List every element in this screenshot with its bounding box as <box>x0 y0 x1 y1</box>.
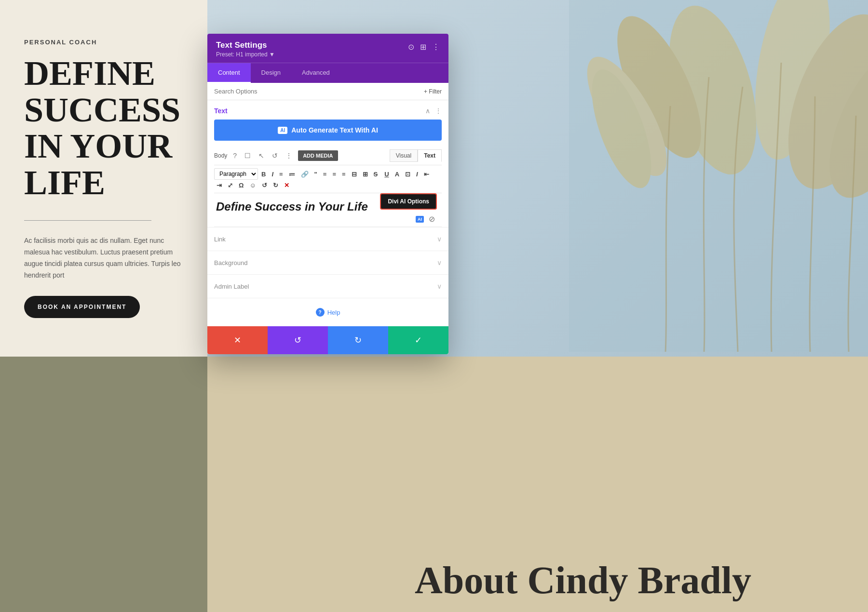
link-section-header[interactable]: Link ∨ <box>207 227 448 251</box>
align-left-button[interactable]: ≡ <box>321 170 329 179</box>
undo-editor-button[interactable]: ↺ <box>259 181 270 190</box>
modal-header-actions: ⊙ ⊞ ⋮ <box>408 42 440 52</box>
modal-tabs: Content Design Advanced <box>207 63 448 83</box>
add-media-button[interactable]: ADD MEDIA <box>298 150 338 161</box>
help-section: ? Help <box>207 298 448 326</box>
special-char-button[interactable]: Ω <box>236 181 246 190</box>
save-icon: ✓ <box>415 335 422 346</box>
modal-title-group: Text Settings Preset: H1 imported ▼ <box>216 40 275 58</box>
table-button[interactable]: ⊞ <box>360 170 370 179</box>
redo-editor-button[interactable]: ↻ <box>271 181 281 190</box>
settings-icon[interactable]: ⊙ <box>408 42 414 52</box>
redo-icon: ↻ <box>354 335 362 346</box>
align-center-button[interactable]: ≡ <box>330 170 339 179</box>
background-section-header[interactable]: Background ∨ <box>207 251 448 274</box>
underline-button[interactable]: U <box>382 170 391 179</box>
align-justify-button[interactable]: ⊟ <box>349 170 359 179</box>
tab-advanced[interactable]: Advanced <box>291 63 340 83</box>
cancel-button[interactable]: ✕ <box>207 326 268 354</box>
save-button[interactable]: ✓ <box>388 326 448 354</box>
search-bar: + Filter <box>207 83 448 100</box>
italic-alt-button[interactable]: I <box>414 170 420 179</box>
bottom-dark-strip: About Cindy Bradly <box>0 357 868 612</box>
section-options-icon[interactable]: ⋮ <box>435 107 442 115</box>
undo-button[interactable]: ↺ <box>268 326 328 354</box>
search-input[interactable] <box>214 88 396 95</box>
ai-button-label: Auto Generate Text With AI <box>291 126 378 134</box>
undo-icon: ↺ <box>294 335 301 346</box>
admin-label-section-header[interactable]: Admin Label ∨ <box>207 275 448 298</box>
modal-header: Text Settings Preset: H1 imported ▼ ⊙ ⊞ … <box>207 34 448 63</box>
bold-button[interactable]: B <box>259 170 268 179</box>
help-circle-icon: ? <box>316 308 325 317</box>
visual-tab[interactable]: Visual <box>390 149 418 162</box>
grid-icon[interactable]: ⊞ <box>420 42 426 52</box>
blockquote-button[interactable]: " <box>312 170 320 179</box>
hero-title: DEFINE SUCCESS IN YOUR LIFE <box>24 55 183 201</box>
undo-icon[interactable]: ↺ <box>270 151 280 160</box>
text-section-actions: ∧ ⋮ <box>425 107 442 115</box>
text-tab[interactable]: Text <box>418 149 442 162</box>
help-button[interactable]: ? Help <box>316 308 340 317</box>
admin-label-section: Admin Label ∨ <box>207 274 448 298</box>
ai-badge: AI <box>278 127 287 134</box>
strikethrough-button[interactable]: S <box>371 170 380 179</box>
pampas-grass-decoration <box>569 0 868 352</box>
tab-design[interactable]: Design <box>251 63 291 83</box>
filter-button[interactable]: + Filter <box>424 88 442 95</box>
modal-footer: ✕ ↺ ↻ ✓ <box>207 326 448 354</box>
text-section-title: Text <box>214 107 228 115</box>
ordered-list-button[interactable]: ≔ <box>286 170 298 179</box>
link-section: Link ∨ <box>207 227 448 251</box>
visual-text-tabs: Visual Text <box>390 149 442 162</box>
collapse-icon[interactable]: ∧ <box>425 107 430 115</box>
personal-coach-label: PERSONAL COACH <box>24 39 183 46</box>
more-icon[interactable]: ⋮ <box>284 151 294 160</box>
body-label: Body <box>214 152 227 159</box>
book-appointment-button[interactable]: BOOK AN APPOINTMENT <box>24 296 140 318</box>
text-section: Text ∧ ⋮ AI Auto Generate Text With AI B… <box>207 100 448 227</box>
indent-left-button[interactable]: ⇤ <box>421 170 432 179</box>
unordered-list-button[interactable]: ≡ <box>277 170 285 179</box>
erase-button[interactable]: ✕ <box>282 181 292 190</box>
font-color-button[interactable]: A <box>393 170 402 179</box>
background-chevron-icon: ∨ <box>437 259 442 266</box>
more-options-icon[interactable]: ⋮ <box>432 42 440 52</box>
paste-button[interactable]: ⊡ <box>403 170 413 179</box>
tab-content[interactable]: Content <box>207 63 251 83</box>
format-toolbar: Paragraph B I ≡ ≔ 🔗 " ≡ ≡ ≡ ⊟ ⊞ S U A ⊡ … <box>214 165 442 193</box>
modal-subtitle: Preset: H1 imported ▼ <box>216 51 275 58</box>
emoji-button[interactable]: ☺ <box>247 181 258 190</box>
hero-body: Ac facilisis morbi quis ac dis nullam. E… <box>24 235 183 281</box>
about-cindy-text: About Cindy Bradly <box>415 559 751 602</box>
bottom-light-strip: About Cindy Bradly <box>207 357 868 612</box>
divi-ai-tooltip[interactable]: Divi AI Options <box>380 193 437 210</box>
cancel-icon: ✕ <box>234 335 241 346</box>
editor-toolbar-top: Body ? ☐ ↖ ↺ ⋮ ADD MEDIA Visual Text <box>214 146 442 165</box>
link-label: Link <box>214 236 226 243</box>
text-section-header: Text ∧ ⋮ <box>214 100 442 120</box>
help-label: Help <box>327 309 340 316</box>
divi-ai-extra-icon[interactable]: ⊘ <box>427 213 437 225</box>
background-section: Background ∨ <box>207 251 448 274</box>
hero-divider <box>24 220 151 221</box>
italic-button[interactable]: I <box>269 170 276 179</box>
ai-generate-button[interactable]: AI Auto Generate Text With AI <box>214 120 442 141</box>
indent-right-button[interactable]: ⇥ <box>214 181 224 190</box>
editor-content-area[interactable]: Define Success in Your Life Divi AI Opti… <box>214 193 442 227</box>
help-icon[interactable]: ? <box>231 151 239 160</box>
divi-ai-small-badge[interactable]: AI <box>416 216 424 223</box>
cursor-icon[interactable]: ↖ <box>257 151 266 160</box>
redo-button[interactable]: ↻ <box>328 326 388 354</box>
admin-label-chevron-icon: ∨ <box>437 282 442 290</box>
admin-label-text: Admin Label <box>214 283 249 290</box>
paragraph-select[interactable]: Paragraph <box>214 168 258 180</box>
align-right-button[interactable]: ≡ <box>339 170 348 179</box>
link-button[interactable]: 🔗 <box>298 170 311 179</box>
background-label: Background <box>214 259 247 266</box>
fullscreen-button[interactable]: ⤢ <box>225 181 235 190</box>
mobile-icon[interactable]: ☐ <box>243 151 253 160</box>
text-settings-modal: Text Settings Preset: H1 imported ▼ ⊙ ⊞ … <box>207 34 448 354</box>
divi-ai-bottom-icons: AI ⊘ <box>416 213 437 225</box>
link-chevron-icon: ∨ <box>437 235 442 243</box>
